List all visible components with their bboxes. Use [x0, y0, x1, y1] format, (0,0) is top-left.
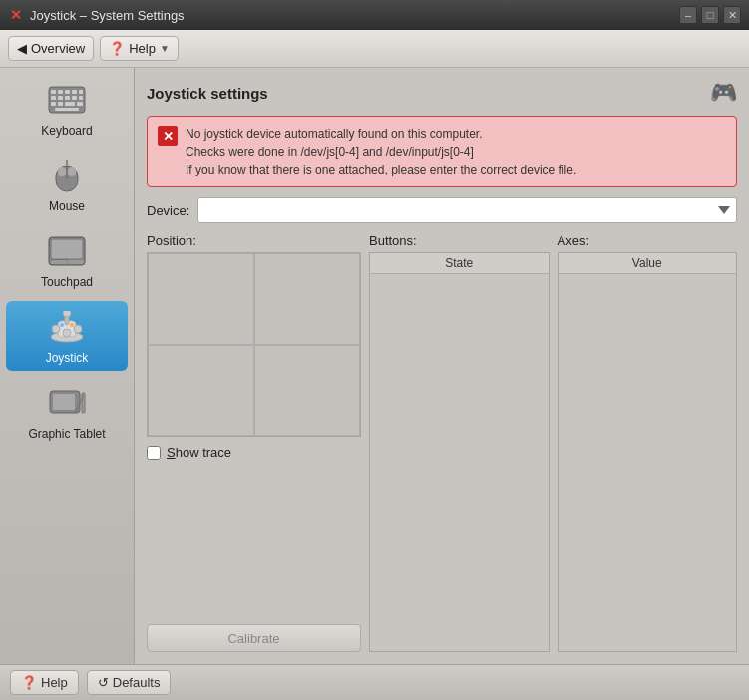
help-button-bottom[interactable]: ❓ Help — [10, 670, 79, 695]
position-quadrant-bl — [148, 345, 254, 437]
calibrate-button[interactable]: Calibrate — [147, 624, 361, 652]
svg-rect-24 — [51, 260, 67, 264]
defaults-icon: ↺ — [98, 675, 109, 690]
position-quadrant-br — [254, 345, 361, 437]
svg-point-32 — [63, 311, 71, 317]
sidebar-item-keyboard[interactable]: Keyboard — [6, 74, 128, 144]
mouse-label: Mouse — [49, 199, 85, 213]
svg-rect-22 — [51, 239, 83, 259]
main-layout: Keyboard Mouse — [0, 68, 749, 664]
content-area: Joystick settings 🎮 ✕ No joystick device… — [135, 68, 749, 664]
svg-rect-5 — [79, 90, 83, 94]
svg-rect-10 — [79, 96, 83, 100]
content-header: Joystick settings 🎮 — [147, 80, 737, 106]
content-joystick-icon: 🎮 — [710, 80, 737, 106]
joystick-label: Joystick — [46, 351, 89, 365]
buttons-label: Buttons: — [369, 233, 550, 248]
device-label: Device: — [147, 203, 189, 218]
help-icon-bottom: ❓ — [21, 675, 37, 690]
error-line2: Checks were done in /dev/js[0-4] and /de… — [186, 145, 474, 159]
svg-point-34 — [70, 323, 74, 327]
bottom-bar: ❓ Help ↺ Defaults — [0, 664, 749, 700]
svg-rect-9 — [72, 96, 77, 100]
svg-rect-12 — [58, 102, 63, 106]
pba-section: Position: Show trace Calibrate — [147, 233, 737, 652]
titlebar-left: ✕ Joystick – System Settings — [8, 7, 185, 23]
error-line1: No joystick device automatically found o… — [186, 127, 482, 141]
svg-point-30 — [63, 329, 71, 337]
sidebar-item-graphic-tablet[interactable]: Graphic Tablet — [6, 377, 128, 447]
svg-rect-6 — [51, 96, 56, 100]
buttons-col: Buttons: State — [369, 233, 550, 652]
sidebar-item-touchpad[interactable]: Touchpad — [6, 225, 128, 295]
help-label-bottom: Help — [41, 675, 68, 690]
error-text: No joystick device automatically found o… — [186, 125, 576, 178]
show-trace-checkbox[interactable] — [147, 446, 161, 460]
svg-rect-8 — [65, 96, 70, 100]
svg-rect-3 — [65, 90, 70, 94]
show-trace-label: Show trace — [167, 445, 231, 460]
axes-label: Axes: — [558, 233, 738, 248]
help-label: Help — [129, 41, 156, 56]
help-icon: ❓ — [109, 41, 125, 56]
defaults-button[interactable]: ↺ Defaults — [87, 670, 172, 695]
position-label: Position: — [147, 233, 361, 248]
minimize-button[interactable]: – — [679, 6, 697, 24]
graphic-tablet-label: Graphic Tablet — [28, 427, 105, 441]
device-select[interactable] — [197, 197, 737, 223]
position-col: Position: Show trace Calibrate — [147, 233, 361, 652]
axes-value-header: Value — [559, 253, 737, 274]
sidebar-item-joystick[interactable]: Joystick — [6, 301, 128, 371]
svg-rect-15 — [55, 108, 79, 111]
axes-col: Axes: Value — [558, 233, 738, 652]
buttons-state-header: State — [370, 253, 549, 274]
defaults-label: Defaults — [113, 675, 161, 690]
svg-point-29 — [74, 325, 82, 333]
position-canvas — [147, 252, 361, 437]
keyboard-label: Keyboard — [41, 124, 92, 138]
device-row: Device: — [147, 197, 737, 223]
titlebar: ✕ Joystick – System Settings – □ ✕ — [0, 0, 749, 30]
keyboard-icon — [47, 80, 87, 120]
svg-point-39 — [81, 394, 85, 398]
help-button[interactable]: ❓ Help ▼ — [100, 36, 179, 61]
maximize-button[interactable]: □ — [701, 6, 719, 24]
svg-rect-4 — [72, 90, 77, 94]
app-icon: ✕ — [8, 7, 24, 23]
toolbar: ◀ Overview ❓ Help ▼ — [0, 30, 749, 68]
error-line3: If you know that there is one attached, … — [186, 163, 576, 176]
joystick-icon — [47, 307, 87, 347]
svg-rect-13 — [65, 102, 75, 106]
svg-rect-14 — [77, 102, 83, 106]
svg-rect-19 — [68, 167, 76, 176]
svg-rect-25 — [68, 260, 84, 264]
sidebar-item-mouse[interactable]: Mouse — [6, 150, 128, 219]
svg-rect-36 — [53, 394, 75, 410]
show-trace-row: Show trace — [147, 445, 361, 460]
axes-table: Value — [558, 252, 738, 652]
position-quadrant-tr — [254, 253, 361, 345]
graphic-tablet-icon — [47, 383, 87, 423]
touchpad-label: Touchpad — [41, 275, 93, 289]
buttons-table: State — [369, 252, 550, 652]
position-canvas-inner — [148, 253, 360, 436]
svg-point-33 — [60, 323, 64, 327]
close-button[interactable]: ✕ — [723, 6, 741, 24]
error-box: ✕ No joystick device automatically found… — [147, 116, 737, 187]
svg-rect-18 — [58, 167, 66, 176]
svg-rect-2 — [58, 90, 63, 94]
overview-button[interactable]: ◀ Overview — [8, 36, 94, 61]
content-title: Joystick settings — [147, 85, 268, 102]
overview-label: Overview — [31, 41, 85, 56]
back-icon: ◀ — [17, 41, 27, 56]
window-title: Joystick – System Settings — [30, 8, 185, 23]
mouse-icon — [47, 156, 87, 195]
sidebar: Keyboard Mouse — [0, 68, 135, 664]
svg-rect-1 — [51, 90, 56, 94]
chevron-down-icon: ▼ — [160, 43, 170, 54]
error-icon: ✕ — [158, 126, 178, 146]
svg-rect-11 — [51, 102, 56, 106]
svg-point-28 — [52, 325, 60, 333]
touchpad-icon — [47, 231, 87, 271]
titlebar-controls: – □ ✕ — [679, 6, 741, 24]
